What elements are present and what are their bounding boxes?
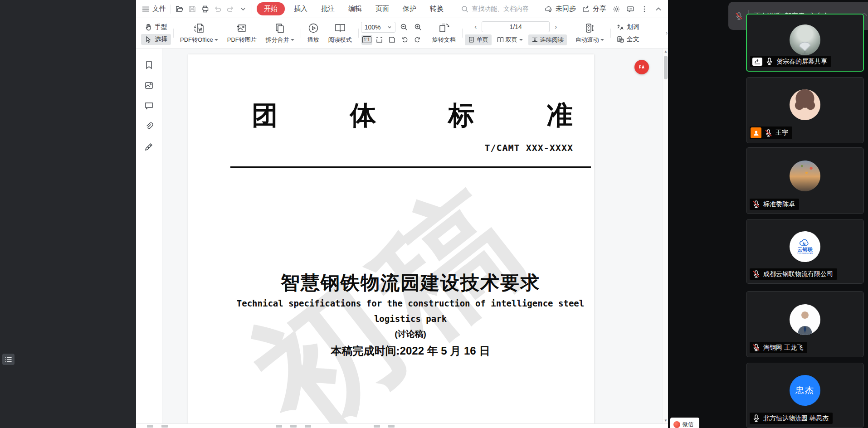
tab-edit[interactable]: 编辑	[344, 2, 366, 15]
auto-scroll-button[interactable]: 自动滚动	[571, 20, 608, 46]
bookmarks-icon[interactable]	[144, 60, 154, 70]
tab-convert[interactable]: 转换	[425, 2, 448, 15]
tab-comment[interactable]: 批注	[317, 2, 339, 15]
zoom-level-value: 100%	[365, 24, 381, 31]
draft-note: (讨论稿)	[215, 328, 594, 340]
tab-insert[interactable]: 插入	[289, 2, 312, 15]
undo-icon[interactable]	[214, 5, 222, 13]
mic-muted-icon	[752, 270, 761, 278]
participant-tile[interactable]: 王宇	[746, 77, 864, 143]
attachments-icon[interactable]	[144, 122, 154, 131]
search-input[interactable]: 查找功能、文档内容	[461, 5, 540, 13]
toolbar-overflow-chevron-icon[interactable]: ›	[666, 30, 668, 36]
statusbar-icon[interactable]	[147, 425, 153, 428]
zoom-out-button[interactable]	[399, 22, 410, 32]
double-page-button[interactable]: 双页	[494, 34, 526, 45]
caret-down-icon	[291, 39, 294, 41]
self-mic-muted-icon[interactable]	[735, 12, 743, 20]
single-page-button[interactable]: 单页	[465, 34, 492, 45]
vertical-scrollbar[interactable]: ▲ ▼	[663, 49, 668, 423]
read-mode-button[interactable]: 阅读模式	[324, 20, 356, 46]
participant-tile[interactable]: 忠杰 北方恒达物流园 韩思杰	[746, 363, 864, 428]
fit-page-button[interactable]	[387, 35, 398, 45]
assistant-floating-badge[interactable]	[634, 60, 649, 74]
document-view-area[interactable]: 初稿 团 体 标 准 T/CAMT XXX-XXXX 智慧钢铁物流园建设技术要求…	[162, 49, 663, 423]
thumbnails-icon[interactable]	[144, 81, 154, 90]
share-button[interactable]: 分享	[582, 5, 606, 13]
save-icon[interactable]	[188, 5, 196, 13]
mic-on-icon	[752, 414, 761, 423]
pdf-to-office-icon	[193, 22, 205, 34]
page-indicator: 1/14	[510, 23, 522, 30]
rotate-left-button[interactable]	[400, 35, 410, 45]
participant-name: 王宇	[775, 129, 788, 137]
rotate-document-button[interactable]: 旋转文档	[428, 20, 460, 46]
collapse-toolbar-icon[interactable]	[654, 5, 663, 13]
mic-muted-icon	[764, 129, 773, 137]
participant-tile[interactable]: 标准委陈卓	[746, 147, 864, 214]
participant-name: 成都云钢联物流有限公司	[763, 270, 833, 278]
participant-tile[interactable]: 淘钢网 王龙飞	[746, 291, 864, 357]
page-number-input[interactable]: 1/14	[482, 21, 550, 32]
avatar: 忠杰	[790, 375, 820, 406]
heading-char: 团	[252, 98, 278, 133]
pdf-to-office-button[interactable]: PDF转Office	[176, 20, 222, 46]
document-heading: 团 体 标 准	[252, 98, 573, 133]
file-menu[interactable]: 文件	[141, 5, 166, 13]
more-menu-dots-icon[interactable]	[640, 5, 649, 13]
caret-down-icon	[215, 39, 218, 41]
actual-size-button[interactable]: 1:1	[361, 35, 372, 45]
scroll-down-icon[interactable]: ▼	[663, 418, 668, 423]
auto-scroll-icon	[584, 22, 595, 34]
statusbar-icon[interactable]	[374, 425, 380, 428]
tab-protect[interactable]: 保护	[398, 2, 421, 15]
open-file-icon[interactable]	[176, 5, 184, 13]
hamburger-icon	[141, 5, 150, 13]
more-actions-caret-icon[interactable]	[239, 5, 247, 13]
pdf-to-image-button[interactable]: PDF转图片	[223, 20, 261, 46]
settings-gear-icon[interactable]	[612, 5, 620, 13]
play-button[interactable]: 播放	[303, 20, 323, 46]
rotate-right-button[interactable]	[412, 35, 423, 45]
zoom-level-select[interactable]: 100%	[361, 22, 395, 33]
select-tool-button[interactable]: 选择	[141, 34, 171, 45]
signature-pen-icon[interactable]	[144, 142, 154, 151]
zoom-in-button[interactable]	[413, 22, 424, 32]
tab-page[interactable]: 页面	[371, 2, 394, 15]
statusbar-icon[interactable]	[161, 425, 168, 428]
statusbar-icon[interactable]	[388, 425, 395, 428]
comments-icon[interactable]	[144, 101, 154, 111]
caret-down-icon	[387, 25, 392, 29]
statusbar-icon[interactable]	[305, 425, 311, 428]
statusbar-icon[interactable]	[276, 425, 282, 428]
cloud-unsynced-icon	[545, 5, 553, 13]
print-icon[interactable]	[201, 5, 209, 13]
redo-icon[interactable]	[226, 5, 234, 13]
company-logo-text: 云钢联	[798, 247, 813, 252]
full-text-translate-button[interactable]: 全文	[613, 34, 643, 45]
standard-number: T/CAMT XXX-XXXX	[484, 142, 573, 153]
word-pick-translate-button[interactable]: 划词	[613, 22, 643, 33]
sync-status[interactable]: 未同步	[545, 5, 576, 13]
next-page-button[interactable]: ›	[553, 23, 558, 30]
participant-tile[interactable]: 贺宗春的屏幕共享	[746, 14, 864, 72]
prev-page-button[interactable]: ‹	[473, 23, 478, 30]
heading-char: 标	[448, 98, 474, 133]
statusbar-icon[interactable]	[290, 425, 297, 428]
tab-home[interactable]: 开始	[257, 2, 285, 15]
read-mode-label: 阅读模式	[328, 36, 352, 44]
split-merge-button[interactable]: 拆分合并	[262, 20, 298, 46]
scroll-up-icon[interactable]: ▲	[663, 49, 668, 54]
scrollbar-thumb[interactable]	[664, 56, 668, 79]
wechat-taskbar-popup[interactable]: 微信	[670, 418, 699, 428]
outline-toggle-button[interactable]	[2, 354, 15, 365]
feedback-chat-icon[interactable]	[626, 5, 634, 13]
continuous-read-button[interactable]: 连续阅读	[528, 34, 567, 45]
word-pick-label: 划词	[627, 23, 639, 31]
hand-tool-button[interactable]: 手型	[141, 22, 171, 33]
participant-tile[interactable]: 云钢联 YUNGANGLIAN 成都云钢联物流有限公司	[746, 219, 864, 284]
divider	[252, 5, 252, 14]
fit-width-button[interactable]	[374, 35, 385, 45]
auto-scroll-label: 自动滚动	[575, 36, 599, 44]
word-pick-icon	[617, 24, 624, 31]
